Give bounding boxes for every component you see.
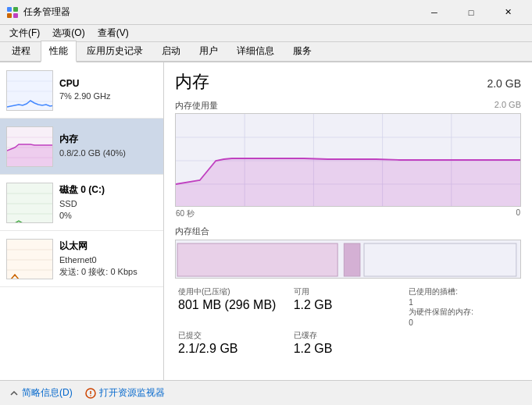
time-right: 0 (516, 208, 520, 219)
tab-performance[interactable]: 性能 (41, 41, 77, 62)
svg-rect-0 (7, 7, 12, 12)
usage-max: 2.0 GB (495, 100, 521, 112)
cpu-title: CPU (59, 78, 157, 89)
tab-process[interactable]: 进程 (3, 41, 39, 61)
network-mini-chart (6, 239, 53, 279)
sidebar-item-disk[interactable]: 磁盘 0 (C:) SSD 0% (0, 175, 163, 231)
network-name: Ethernet0 (59, 254, 157, 266)
stat-available: 可用 1.2 GB (291, 286, 406, 327)
resource-monitor-link[interactable]: 打开资源监视器 (85, 386, 165, 400)
svg-marker-29 (176, 158, 520, 207)
svg-rect-33 (364, 243, 516, 276)
cached-value: 1.2 GB (294, 342, 403, 356)
stat-committed: 已提交 2.1/2.9 GB (175, 330, 291, 356)
stats-grid: 使用中(已压缩) 801 MB (296 MB) 可用 1.2 GB 已使用的插… (175, 286, 521, 356)
tab-details[interactable]: 详细信息 (228, 41, 283, 61)
app-icon (6, 6, 19, 19)
slots-value: 1 (409, 298, 518, 307)
available-value: 1.2 GB (294, 298, 403, 312)
network-title: 以太网 (59, 240, 157, 253)
memory-stats: 0.8/2.0 GB (40%) (59, 147, 157, 159)
menu-bar: 文件(F) 选项(O) 查看(V) (0, 25, 532, 42)
cpu-stats: 7% 2.90 GHz (59, 91, 157, 102)
stat-cached: 已缓存 1.2 GB (291, 330, 406, 356)
tab-bar: 进程 性能 应用历史记录 启动 用户 详细信息 服务 (0, 42, 532, 62)
panel-header: 内存 2.0 GB (175, 70, 521, 94)
main-content: CPU 7% 2.90 GHz 内存 0.8/2.0 GB (40%) (0, 62, 532, 380)
sidebar-item-memory[interactable]: 内存 0.8/2.0 GB (40%) (0, 119, 163, 175)
window-title: 任务管理器 (23, 5, 416, 19)
svg-point-36 (90, 395, 91, 396)
tab-users[interactable]: 用户 (191, 41, 227, 61)
minimize-button[interactable]: ─ (416, 0, 452, 25)
panel-title: 内存 (175, 70, 209, 94)
available-label: 可用 (294, 286, 403, 297)
stat-in-use: 使用中(已压缩) 801 MB (296 MB) (175, 286, 291, 327)
slot-label: 内存组合 (175, 226, 521, 237)
tab-startup[interactable]: 启动 (153, 41, 189, 61)
close-button[interactable]: ✕ (490, 0, 526, 25)
in-use-value: 801 MB (296 MB) (178, 298, 287, 312)
disk-mini-chart (6, 183, 53, 223)
usage-chart-label: 内存使用量 2.0 GB (175, 100, 521, 112)
memory-mini-chart (6, 126, 53, 167)
time-labels: 60 秒 0 (175, 208, 521, 219)
stat-slots: 已使用的插槽: 1 为硬件保留的内存: 0 (405, 286, 521, 327)
tab-services[interactable]: 服务 (284, 41, 320, 61)
chevron-up-icon (9, 389, 19, 398)
sidebar: CPU 7% 2.90 GHz 内存 0.8/2.0 GB (40%) (0, 62, 164, 380)
panel-total: 2.0 GB (487, 77, 521, 90)
time-left: 60 秒 (176, 208, 195, 219)
svg-rect-32 (344, 243, 360, 276)
sidebar-item-network[interactable]: 以太网 Ethernet0 发送: 0 接收: 0 Kbps (0, 231, 163, 287)
disk-type: SSD (59, 198, 157, 210)
maximize-button[interactable]: □ (453, 0, 489, 25)
committed-label: 已提交 (178, 330, 287, 341)
in-use-label: 使用中(已压缩) (178, 286, 287, 297)
svg-rect-17 (7, 240, 53, 279)
memory-info: 内存 0.8/2.0 GB (40%) (59, 133, 157, 159)
status-bar: 简略信息(D) 打开资源监视器 (0, 380, 532, 405)
sidebar-item-cpu[interactable]: CPU 7% 2.90 GHz (0, 62, 163, 119)
committed-value: 2.1/2.9 GB (178, 342, 287, 356)
disk-title: 磁盘 0 (C:) (59, 183, 157, 197)
right-panel: 内存 2.0 GB 内存使用量 2.0 GB (164, 62, 532, 380)
memory-main-chart (175, 113, 521, 207)
disk-usage: 0% (59, 210, 157, 222)
disk-info: 磁盘 0 (C:) SSD 0% (59, 183, 157, 222)
hardware-label: 为硬件保留的内存: (409, 307, 518, 318)
cpu-info: CPU 7% 2.90 GHz (59, 78, 157, 102)
summary-link[interactable]: 简略信息(D) (9, 386, 73, 400)
menu-options[interactable]: 选项(O) (46, 25, 91, 41)
window-controls: ─ □ ✕ (416, 0, 526, 25)
usage-label: 内存使用量 (175, 100, 218, 112)
menu-file[interactable]: 文件(F) (3, 25, 46, 41)
svg-rect-2 (7, 13, 12, 18)
svg-rect-1 (13, 7, 18, 12)
cached-label: 已缓存 (294, 330, 403, 341)
slots-label: 已使用的插槽: (409, 286, 518, 297)
memory-title: 内存 (59, 133, 157, 146)
network-info: 以太网 Ethernet0 发送: 0 接收: 0 Kbps (59, 240, 157, 279)
svg-rect-13 (7, 183, 53, 223)
tab-app-history[interactable]: 应用历史记录 (78, 41, 152, 61)
hardware-value: 0 (409, 318, 518, 327)
menu-view[interactable]: 查看(V) (91, 25, 135, 41)
svg-rect-31 (177, 243, 337, 276)
memory-slots-chart (175, 240, 521, 279)
svg-rect-3 (13, 13, 18, 18)
network-stats: 发送: 0 接收: 0 Kbps (59, 266, 157, 278)
title-bar: 任务管理器 ─ □ ✕ (0, 0, 532, 25)
cpu-mini-chart (6, 70, 53, 111)
resource-monitor-icon (85, 388, 96, 399)
